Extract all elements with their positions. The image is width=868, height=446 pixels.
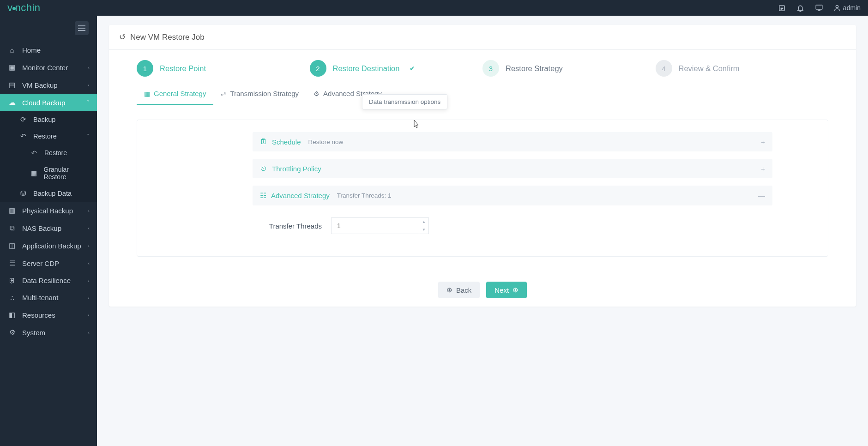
resource-icon: ◧ [7, 311, 17, 319]
accordion-sublabel: Restore now [308, 139, 344, 145]
chevron-left-icon: ‹ [88, 278, 90, 283]
sidebar-item-cloud-backup[interactable]: ☁ Cloud Backup ˅ [0, 94, 97, 111]
restore-icon: ↶ [18, 133, 28, 140]
screen-icon[interactable] [815, 4, 823, 12]
arrow-left-icon: ⊕ [446, 286, 452, 294]
panel-area: 🗓 Schedule Restore now + ⏲ Throttling Po… [109, 106, 856, 273]
accordion-advanced[interactable]: ☷ Advanced Strategy Transfer Threads: 1 … [253, 186, 772, 205]
spinner-down-button[interactable]: ▼ [419, 226, 428, 234]
chevron-left-icon: ‹ [88, 330, 90, 335]
topbar-right: admin [778, 4, 861, 12]
step-review-confirm[interactable]: 4 Review & Confirm [656, 60, 829, 77]
chevron-left-icon: ‹ [88, 82, 90, 88]
sidebar-item-label: Restore [44, 149, 67, 157]
stepper: 1 Restore Point 2 Restore Destination ✔ … [109, 50, 856, 77]
refresh-icon: ⟳ [18, 116, 28, 123]
step-restore-destination[interactable]: 2 Restore Destination ✔ [310, 60, 483, 77]
log-icon[interactable] [778, 4, 786, 12]
step-label: Review & Confirm [679, 64, 740, 73]
sidebar-item-nas-backup[interactable]: ⧉ NAS Backup ‹ [0, 219, 97, 237]
sidebar-subitem-granular-restore[interactable]: ▦ Granular Restore [0, 161, 97, 185]
nas-icon: ⧉ [7, 224, 17, 232]
svg-rect-5 [78, 30, 85, 31]
app-icon: ◫ [7, 241, 17, 250]
step-label: Restore Point [160, 64, 206, 73]
accordion-sublabel: Transfer Threads: 1 [337, 192, 392, 199]
sliders-icon: ☷ [260, 191, 266, 200]
chevron-left-icon: ‹ [88, 243, 90, 248]
calendar-icon: 🗓 [260, 138, 267, 146]
accordion-throttling[interactable]: ⏲ Throttling Policy + [253, 159, 772, 178]
gear-icon: ⚙ [7, 328, 17, 337]
next-button[interactable]: Next ⊕ [486, 282, 527, 298]
sidebar-item-resources[interactable]: ◧ Resources ‹ [0, 306, 97, 324]
transfer-threads-spinner: ▲ ▼ [331, 217, 429, 234]
tooltip: Data transmission options [362, 94, 447, 109]
sidebar-item-label: Restore [33, 133, 57, 140]
back-button[interactable]: ⊕ Back [438, 282, 480, 298]
monitor-icon: ▣ [7, 63, 17, 72]
check-icon: ✔ [410, 65, 415, 72]
physical-icon: ▥ [7, 206, 17, 215]
sidebar-item-vm-backup[interactable]: ▤ VM Backup ‹ [0, 76, 97, 94]
chevron-left-icon: ‹ [88, 208, 90, 213]
server-icon: ☰ [7, 259, 17, 267]
sidebar-item-server-cdp[interactable]: ☰ Server CDP ‹ [0, 254, 97, 272]
sidebar-item-multi-tenant[interactable]: ⛬ Multi-tenant ‹ [0, 289, 97, 306]
tab-label: Transmission Strategy [230, 90, 299, 97]
step-label: Restore Destination [333, 64, 400, 73]
sidebar-subitem-backup-data[interactable]: ⛁ Backup Data [0, 185, 97, 202]
svg-point-2 [836, 6, 838, 8]
chevron-left-icon: ‹ [88, 295, 90, 301]
field-label: Transfer Threads [262, 222, 322, 230]
sidebar-item-label: Backup [33, 116, 55, 123]
sidebar-subitem-restore-inner[interactable]: ↶ Restore [0, 145, 97, 161]
spinner-up-button[interactable]: ▲ [419, 218, 428, 226]
arrows-icon: ⇄ [221, 90, 226, 97]
form-row-transfer-threads: Transfer Threads ▲ ▼ [262, 217, 763, 234]
bell-icon[interactable] [796, 4, 805, 12]
chevron-left-icon: ‹ [88, 260, 90, 266]
sidebar-item-system[interactable]: ⚙ System ‹ [0, 324, 97, 341]
user-menu[interactable]: admin [833, 4, 861, 12]
sidebar-collapse-button[interactable] [75, 21, 89, 35]
accordion-title: Schedule [272, 138, 301, 146]
step-number: 4 [656, 60, 672, 77]
main-content: ↺ New VM Restore Job 1 Restore Point 2 R… [97, 16, 868, 446]
sidebar: ⌂ Home ▣ Monitor Center ‹ ▤ VM Backup ‹ … [0, 16, 97, 446]
button-label: Back [456, 286, 471, 294]
accordion-schedule[interactable]: 🗓 Schedule Restore now + [253, 132, 772, 151]
transfer-threads-input[interactable] [331, 217, 419, 234]
sidebar-item-physical-backup[interactable]: ▥ Physical Backup ‹ [0, 202, 97, 219]
chevron-left-icon: ‹ [88, 65, 90, 70]
sidebar-item-application-backup[interactable]: ◫ Application Backup ‹ [0, 237, 97, 254]
chevron-down-icon: ˅ [87, 100, 90, 106]
sidebar-item-label: Home [22, 46, 41, 54]
gauge-icon: ⏲ [260, 164, 267, 173]
restore-icon: ↶ [30, 149, 39, 157]
sidebar-item-home[interactable]: ⌂ Home [0, 42, 97, 59]
sidebar-item-label: System [22, 329, 45, 337]
cloud-icon: ☁ [7, 98, 17, 107]
step-restore-point[interactable]: 1 Restore Point [137, 60, 310, 77]
plus-icon: + [761, 138, 765, 146]
sidebar-item-label: Cloud Backup [22, 99, 65, 107]
sidebar-item-label: Granular Restore [44, 166, 90, 181]
svg-rect-3 [78, 25, 85, 26]
sidebar-item-label: Data Resilience [22, 277, 71, 284]
accordion-title: Advanced Strategy [271, 192, 330, 199]
sidebar-subitem-restore[interactable]: ↶ Restore ˅ [0, 128, 97, 145]
sidebar-item-data-resilience[interactable]: ⛨ Data Resilience ‹ [0, 272, 97, 289]
vm-icon: ▤ [7, 81, 17, 89]
page-header: ↺ New VM Restore Job [109, 25, 856, 50]
sidebar-item-monitor[interactable]: ▣ Monitor Center ‹ [0, 59, 97, 76]
sidebar-subitem-backup[interactable]: ⟳ Backup [0, 111, 97, 128]
topbar: vnchin admin [0, 0, 868, 16]
sidebar-item-label: Resources [22, 311, 55, 319]
step-number: 1 [137, 60, 153, 77]
tab-transmission-strategy[interactable]: ⇄ Transmission Strategy [213, 85, 306, 105]
step-number: 2 [310, 60, 326, 77]
step-restore-strategy[interactable]: 3 Restore Strategy [482, 60, 656, 77]
tab-general-strategy[interactable]: ▦ General Strategy [137, 85, 213, 105]
page-title: New VM Restore Job [130, 33, 205, 42]
